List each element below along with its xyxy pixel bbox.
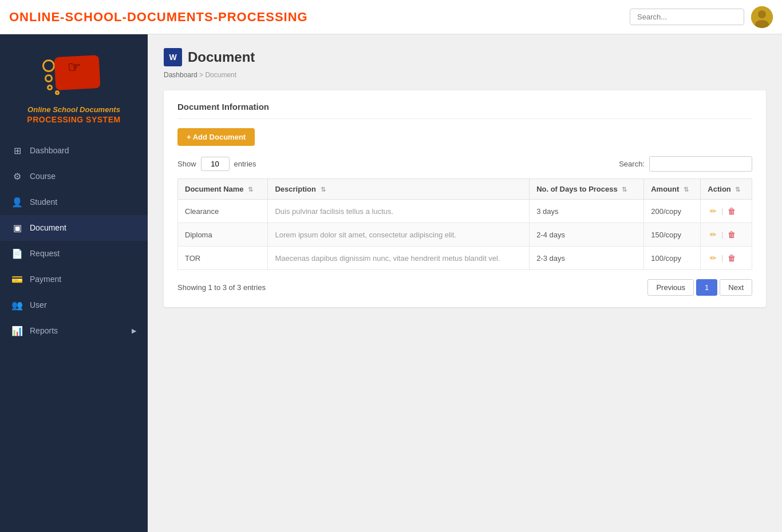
delete-button[interactable]: 🗑 — [725, 252, 738, 264]
sidebar-item-dashboard[interactable]: ⊞ Dashboard — [0, 138, 148, 164]
cell-days: 2-4 days — [530, 223, 644, 247]
layout: ☞ Online School Documents PROCESSING SYS… — [0, 34, 782, 532]
sidebar-item-course[interactable]: ⚙ Course — [0, 164, 148, 189]
sidebar-label-request: Request — [30, 249, 136, 258]
reports-icon: 📊 — [11, 325, 23, 336]
cell-action: ✏ | 🗑 — [701, 223, 752, 247]
cell-days: 2-3 days — [530, 247, 644, 270]
cell-description: Maecenas dapibus dignissim nunc, vitae h… — [268, 247, 530, 270]
cell-amount: 200/copy — [644, 200, 701, 223]
user-icon: 👥 — [11, 300, 23, 311]
cell-action: ✏ | 🗑 — [701, 200, 752, 223]
page-1-button[interactable]: 1 — [696, 279, 717, 296]
breadcrumb: Dashboard > Document — [164, 71, 766, 79]
sort-icon-amount: ⇅ — [684, 186, 689, 193]
col-days[interactable]: No. of Days to Process ⇅ — [530, 179, 644, 200]
action-buttons: ✏ | 🗑 — [708, 205, 745, 217]
entries-input[interactable] — [201, 157, 230, 171]
app-title: ONLINE-SCHOOL-DOCUMENTS-PROCESSING — [9, 10, 308, 25]
cell-action: ✏ | 🗑 — [701, 247, 752, 270]
page-title: Document — [188, 49, 255, 65]
table-row: Diploma Lorem ipsum dolor sit amet, cons… — [178, 223, 752, 247]
edit-button[interactable]: ✏ — [708, 205, 719, 217]
table-search: Search: — [619, 156, 752, 172]
logo-circle-2 — [45, 74, 53, 82]
show-entries: Show entries — [177, 157, 256, 171]
sidebar-label-course: Course — [30, 172, 136, 181]
add-document-button[interactable]: + Add Document — [177, 128, 255, 146]
table-row: TOR Maecenas dapibus dignissim nunc, vit… — [178, 247, 752, 270]
table-row: Clearance Duis pulvinar facilisis tellus… — [178, 200, 752, 223]
sidebar-item-payment[interactable]: 💳 Payment — [0, 267, 148, 292]
logo-text-1: Online School Documents — [27, 105, 120, 115]
page-icon: W — [164, 48, 182, 66]
search-label: Search: — [619, 160, 645, 168]
col-description[interactable]: Description ⇅ — [268, 179, 530, 200]
breadcrumb-current: Document — [205, 71, 236, 79]
next-button[interactable]: Next — [720, 279, 752, 296]
table-body: Clearance Duis pulvinar facilisis tellus… — [178, 200, 752, 270]
avatar[interactable] — [751, 6, 773, 28]
breadcrumb-separator: > — [199, 71, 203, 79]
previous-button[interactable]: Previous — [647, 279, 694, 296]
top-header: ONLINE-SCHOOL-DOCUMENTS-PROCESSING — [0, 0, 782, 34]
dashboard-icon: ⊞ — [11, 145, 23, 156]
avatar-image — [751, 6, 773, 28]
cell-amount: 150/copy — [644, 223, 701, 247]
sidebar-item-user[interactable]: 👥 User — [0, 292, 148, 318]
sort-icon-name: ⇅ — [248, 186, 253, 193]
table-search-input[interactable] — [649, 156, 752, 172]
logo-text-2: PROCESSING SYSTEM — [27, 115, 120, 124]
sort-icon-action: ⇅ — [735, 186, 740, 193]
col-amount[interactable]: Amount ⇅ — [644, 179, 701, 200]
sidebar-nav: ⊞ Dashboard ⚙ Course 👤 Student ▣ Documen… — [0, 138, 148, 344]
sidebar-label-student: Student — [30, 197, 136, 207]
document-icon: ▣ — [11, 223, 23, 233]
sidebar-label-dashboard: Dashboard — [30, 146, 136, 155]
sidebar-item-reports[interactable]: 📊 Reports ▶ — [0, 318, 148, 344]
cell-document-name: Diploma — [178, 223, 268, 247]
sidebar-label-payment: Payment — [30, 275, 136, 284]
sidebar-item-request[interactable]: 📄 Request — [0, 241, 148, 267]
sidebar: ☞ Online School Documents PROCESSING SYS… — [0, 34, 148, 532]
document-card: Document Information + Add Document Show… — [164, 90, 766, 307]
col-action[interactable]: Action ⇅ — [701, 179, 752, 200]
show-label: Show — [177, 160, 196, 168]
logo-circle-1 — [42, 59, 55, 72]
reports-arrow-icon: ▶ — [132, 327, 136, 335]
action-divider: | — [721, 231, 723, 239]
payment-icon: 💳 — [11, 274, 23, 285]
table-footer: Showing 1 to 3 of 3 entries Previous 1 N… — [177, 279, 752, 296]
sidebar-item-document[interactable]: ▣ Document — [0, 215, 148, 241]
logo-circle-4 — [55, 90, 60, 95]
delete-button[interactable]: 🗑 — [725, 205, 738, 217]
table-header: Document Name ⇅ Description ⇅ No. of Day… — [178, 179, 752, 200]
table-controls: Show entries Search: — [177, 156, 752, 172]
breadcrumb-home-link[interactable]: Dashboard — [164, 71, 198, 79]
sidebar-label-document: Document — [30, 223, 136, 232]
svg-point-1 — [758, 10, 766, 18]
action-divider: | — [721, 254, 723, 262]
logo-circle-3 — [47, 85, 53, 90]
delete-button[interactable]: 🗑 — [725, 229, 738, 240]
header-search-input[interactable] — [630, 9, 744, 25]
edit-button[interactable]: ✏ — [708, 229, 719, 240]
sidebar-logo: ☞ Online School Documents PROCESSING SYS… — [0, 40, 148, 138]
col-document-name[interactable]: Document Name ⇅ — [178, 179, 268, 200]
logo-icon-container: ☞ — [42, 51, 105, 103]
page-header: W Document — [164, 48, 766, 66]
document-table: Document Name ⇅ Description ⇅ No. of Day… — [177, 178, 752, 270]
sort-icon-days: ⇅ — [622, 186, 627, 193]
cell-description: Duis pulvinar facilisis tellus a luctus. — [268, 200, 530, 223]
action-buttons: ✏ | 🗑 — [708, 252, 745, 264]
card-title: Document Information — [177, 102, 752, 119]
showing-text: Showing 1 to 3 of 3 entries — [177, 283, 266, 292]
entries-label: entries — [234, 160, 256, 168]
sidebar-label-reports: Reports — [30, 326, 125, 335]
cell-days: 3 days — [530, 200, 644, 223]
cell-document-name: TOR — [178, 247, 268, 270]
sidebar-item-student[interactable]: 👤 Student — [0, 189, 148, 215]
logo-hand-icon: ☞ — [68, 58, 81, 76]
cell-document-name: Clearance — [178, 200, 268, 223]
edit-button[interactable]: ✏ — [708, 252, 719, 264]
